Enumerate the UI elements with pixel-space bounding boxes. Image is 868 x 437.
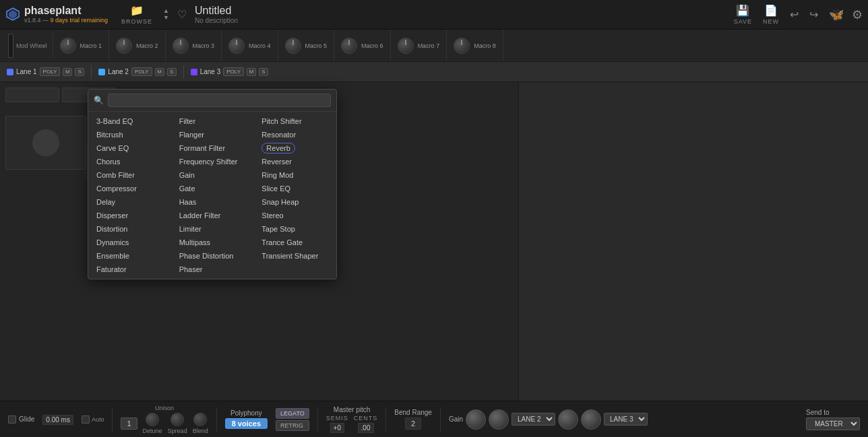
gain-label: Gain [449, 415, 463, 423]
lane2-select[interactable]: LANE 2 [512, 413, 555, 426]
detune-knob[interactable] [146, 413, 159, 426]
gain-knob[interactable] [466, 409, 486, 430]
lane-separator-2 [183, 65, 184, 79]
dropdown-item[interactable]: Pitch Shifter [253, 114, 336, 128]
dropdown-item[interactable]: Distortion [88, 222, 171, 236]
macro-knob-2[interactable] [116, 38, 132, 54]
dropdown-item[interactable]: Disperser [88, 209, 171, 222]
dropdown-item[interactable]: Dynamics [88, 236, 171, 249]
retrig-button[interactable]: RETRIG [276, 420, 309, 431]
dropdown-item[interactable]: Filter [171, 114, 254, 128]
lane-3-poly[interactable]: POLY [223, 67, 244, 76]
polyphony-value[interactable]: 8 voices [225, 418, 268, 429]
dropdown-item[interactable]: Slice EQ [253, 182, 336, 195]
auto-checkbox[interactable] [82, 415, 90, 424]
version-text: v1.8.4 — 9 days trial remaining [24, 17, 108, 24]
macro-knob-3[interactable] [173, 38, 189, 54]
dropdown-item[interactable]: Reverb [253, 141, 336, 155]
dropdown-item[interactable]: Ring Mod [253, 168, 336, 182]
macro-knob-6[interactable] [341, 38, 357, 54]
dropdown-item[interactable]: Multipass [171, 236, 254, 249]
macro-knob-5[interactable] [285, 38, 301, 54]
dropdown-item[interactable]: Delay [88, 195, 171, 209]
dropdown-item[interactable]: Gain [171, 168, 254, 182]
dropdown-item[interactable]: Haas [171, 195, 254, 209]
macro-knob-7[interactable] [398, 38, 414, 54]
lane-3-solo[interactable]: S [259, 68, 268, 76]
browse-button[interactable]: 📁 BROWSE [116, 1, 158, 28]
macro-knob-4[interactable] [228, 38, 245, 54]
dropdown-item[interactable]: Comb Filter [88, 168, 171, 182]
dropdown-item[interactable]: Flanger [171, 128, 254, 141]
new-button[interactable]: 📄 NEW [763, 4, 779, 25]
lane-3: Lane 3 POLY M S [187, 62, 272, 81]
dropdown-item[interactable]: Phaser [171, 263, 254, 276]
dropdown-item[interactable]: Ladder Filter [171, 209, 254, 222]
glide-section: Glide [8, 415, 34, 424]
nav-arrows[interactable]: ▲ ▼ [163, 8, 169, 21]
dropdown-item[interactable]: Limiter [171, 222, 254, 236]
gain-knob-2[interactable] [489, 409, 509, 430]
lane3-knob-1[interactable] [558, 409, 578, 430]
top-right-icons: 🦋 ⚙ [829, 7, 863, 22]
dropdown-item[interactable]: Resonator [253, 128, 336, 141]
cents-value[interactable]: .00 [358, 423, 374, 433]
dropdown-item[interactable]: Formant Filter [171, 141, 254, 155]
dropdown-item[interactable]: Snap Heap [253, 195, 336, 209]
dropdown-item[interactable]: Phase Distortion [171, 249, 254, 263]
macro-knob-1[interactable] [60, 38, 76, 54]
main-area: HNI 🔍 3-Band EQFilterPitch ShifterBitcru… [0, 82, 868, 401]
lane-2-solo[interactable]: S [167, 68, 177, 76]
lane-2-poly[interactable]: POLY [131, 67, 152, 76]
bend-value[interactable]: 2 [405, 417, 421, 430]
dropdown-item[interactable]: Bitcrush [88, 128, 171, 141]
legato-button[interactable]: LEGATO [276, 408, 309, 419]
lane3-knob-2[interactable] [581, 409, 601, 430]
dropdown-item[interactable]: Stereo [253, 209, 336, 222]
face-circle [32, 129, 59, 156]
dropdown-item[interactable]: Compressor [88, 182, 171, 195]
redo-button[interactable]: ↪ [809, 8, 818, 21]
undo-button[interactable]: ↩ [790, 8, 799, 21]
unison-count[interactable]: 1 [121, 417, 137, 430]
dropdown-item[interactable]: Trance Gate [253, 236, 336, 249]
glide-checkbox[interactable] [8, 415, 16, 424]
settings-icon[interactable]: ⚙ [852, 7, 863, 22]
lane-1-poly[interactable]: POLY [40, 67, 61, 76]
macro-label-7: Macro 7 [418, 42, 440, 49]
blend-knob[interactable] [193, 413, 207, 426]
dropdown-item[interactable]: Tape Stop [253, 222, 336, 236]
dropdown-item[interactable]: Transient Shaper [253, 249, 336, 263]
dropdown-item[interactable]: Ensemble [88, 249, 171, 263]
semis-value[interactable]: +0 [330, 423, 344, 433]
spread-knob[interactable] [170, 413, 184, 426]
lane-1-mute[interactable]: M [63, 68, 72, 76]
dropdown-item[interactable]: Gate [171, 182, 254, 195]
arrow-down-icon[interactable]: ▼ [163, 15, 169, 21]
glide-label: Glide [19, 415, 34, 423]
favorite-button[interactable]: ♡ [177, 8, 187, 21]
dropdown-item[interactable]: 3-Band EQ [88, 114, 171, 128]
dropdown-item[interactable] [253, 263, 336, 276]
search-input[interactable] [108, 94, 331, 107]
butterfly-icon[interactable]: 🦋 [829, 7, 844, 22]
spread-group: Spread [168, 413, 187, 434]
macro-knob-8[interactable] [454, 38, 470, 54]
lane-3-mute[interactable]: M [247, 68, 256, 76]
heart-icon: ♡ [177, 8, 187, 21]
lane-1-solo[interactable]: S [75, 68, 84, 76]
mod-wheel-slider[interactable] [8, 34, 13, 58]
dropdown-item[interactable]: Reverser [253, 155, 336, 168]
lane-2-mute[interactable]: M [155, 68, 164, 76]
dropdown-item[interactable]: Chorus [88, 155, 171, 168]
glide-value: 0.00 ms [42, 415, 73, 425]
lane3-select[interactable]: LANE 3 [604, 413, 648, 426]
dropdown-item[interactable]: Faturator [88, 263, 171, 276]
dropdown-item[interactable]: Frequency Shifter [171, 155, 254, 168]
lane-3-name: Lane 3 [200, 68, 221, 75]
patch-title[interactable]: Untitled [195, 5, 734, 17]
master-select[interactable]: MASTER [806, 417, 860, 430]
save-button[interactable]: 💾 SAVE [734, 4, 752, 25]
arrow-up-icon[interactable]: ▲ [163, 8, 169, 14]
dropdown-item[interactable]: Carve EQ [88, 141, 171, 155]
